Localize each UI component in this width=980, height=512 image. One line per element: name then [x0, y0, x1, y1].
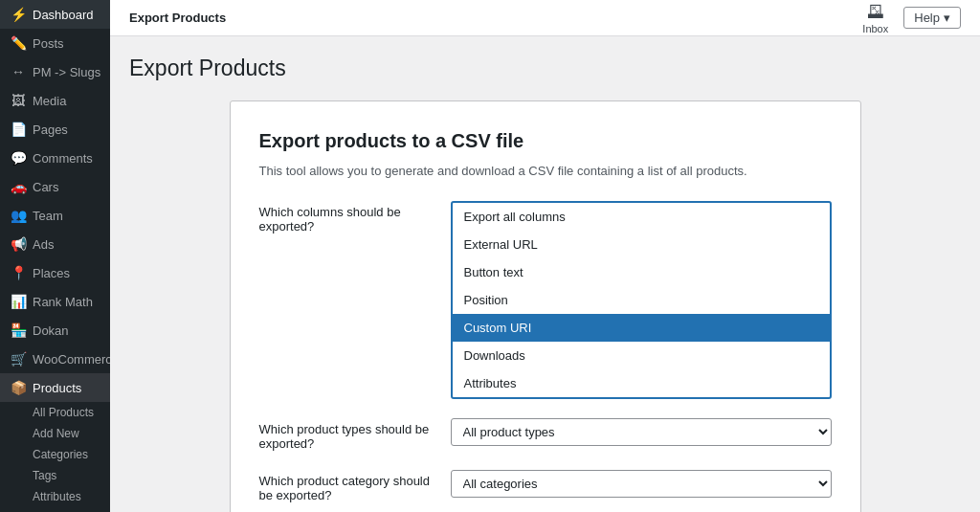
- sidebar-item-label: Comments: [33, 151, 93, 166]
- category-label: Which product category should be exporte…: [259, 470, 432, 502]
- sidebar-item-cars[interactable]: 🚗 Cars: [0, 172, 110, 201]
- product-types-control: All product types Simple product Variabl…: [451, 418, 832, 446]
- sidebar-item-media[interactable]: 🖼 Media: [0, 86, 110, 115]
- sidebar-item-label: Media: [33, 94, 66, 108]
- option-custom-uri[interactable]: Custom URI: [453, 314, 830, 342]
- sidebar-item-dashboard[interactable]: ⚡ Dashboard: [0, 0, 110, 29]
- sidebar-item-label: Rank Math: [33, 295, 93, 309]
- help-button[interactable]: Help ▾: [903, 7, 961, 29]
- product-types-label: Which product types should be exported?: [259, 418, 432, 451]
- sidebar-item-posts[interactable]: ✏️ Posts: [0, 29, 110, 57]
- sidebar-item-ads[interactable]: 📢 Ads: [0, 230, 110, 258]
- sidebar-item-label: Dashboard: [33, 8, 94, 22]
- posts-icon: ✏️: [10, 35, 27, 51]
- comments-icon: 💬: [10, 150, 27, 166]
- option-button-text[interactable]: Button text: [453, 258, 830, 286]
- sidebar-item-label: Posts: [33, 36, 64, 51]
- option-export-all-columns[interactable]: Export all columns: [453, 203, 830, 231]
- dashboard-icon: ⚡: [10, 7, 27, 22]
- sidebar-sub-attributes[interactable]: Attributes: [0, 486, 110, 507]
- media-icon: 🖼: [10, 93, 27, 108]
- product-types-row: Which product types should be exported? …: [259, 418, 832, 451]
- help-label: Help: [914, 11, 940, 25]
- sidebar-sub-tags[interactable]: Tags: [0, 465, 110, 486]
- cars-icon: 🚗: [10, 179, 27, 194]
- sidebar-item-label: Ads: [33, 237, 54, 252]
- export-card: Export products to a CSV file This tool …: [230, 100, 861, 512]
- sidebar-sub-all-products[interactable]: All Products: [0, 402, 110, 423]
- topbar-title: Export Products: [129, 11, 226, 25]
- sidebar-item-label: PM -> Slugs: [33, 65, 100, 79]
- option-position[interactable]: Position: [453, 286, 830, 314]
- sidebar-item-geodirectory[interactable]: 🌍 GeoDirectory: [0, 507, 110, 512]
- page-content: Export Products Export products to a CSV…: [110, 36, 980, 512]
- card-description: This tool allows you to generate and dow…: [259, 164, 832, 178]
- inbox-label: Inbox: [862, 23, 888, 34]
- places-icon: 📍: [10, 265, 27, 280]
- category-control: All categories: [451, 470, 832, 498]
- sidebar-item-pm-slugs[interactable]: ↔ PM -> Slugs: [0, 57, 110, 86]
- inbox-icon: 🗳: [867, 2, 884, 22]
- inbox-button[interactable]: 🗳 Inbox: [862, 2, 888, 34]
- sidebar-item-rank-math[interactable]: 📊 Rank Math: [0, 287, 110, 316]
- card-title: Export products to a CSV file: [259, 130, 832, 152]
- page-title: Export Products: [129, 56, 961, 81]
- sidebar-sub-categories[interactable]: Categories: [0, 444, 110, 465]
- sidebar-sub-add-new[interactable]: Add New: [0, 423, 110, 444]
- rank-math-icon: 📊: [10, 294, 27, 309]
- columns-label: Which columns should be exported?: [259, 201, 432, 234]
- sidebar-item-label: Places: [33, 266, 70, 280]
- main-content: Export Products 🗳 Inbox Help ▾ Export Pr…: [110, 0, 980, 512]
- sidebar-item-products[interactable]: 📦 Products: [0, 373, 110, 402]
- topbar: Export Products 🗳 Inbox Help ▾: [110, 0, 980, 36]
- product-types-select[interactable]: All product types Simple product Variabl…: [451, 418, 832, 446]
- sidebar-item-team[interactable]: 👥 Team: [0, 201, 110, 230]
- team-icon: 👥: [10, 208, 27, 223]
- ads-icon: 📢: [10, 236, 27, 252]
- sidebar-item-woocommerce[interactable]: 🛒 WooCommerce: [0, 345, 110, 373]
- dokan-icon: 🏪: [10, 323, 27, 338]
- sidebar-item-label: WooCommerce: [33, 352, 110, 367]
- woocommerce-icon: 🛒: [10, 351, 27, 367]
- products-icon: 📦: [10, 380, 27, 395]
- sidebar-item-dokan[interactable]: 🏪 Dokan: [0, 316, 110, 345]
- option-downloads[interactable]: Downloads: [453, 342, 830, 369]
- sidebar-item-label: Pages: [33, 122, 68, 137]
- sidebar-item-label: Products: [33, 381, 81, 395]
- sidebar-item-pages[interactable]: 📄 Pages: [0, 115, 110, 144]
- sidebar-item-places[interactable]: 📍 Places: [0, 258, 110, 287]
- sidebar-item-label: Cars: [33, 180, 58, 194]
- option-external-url[interactable]: External URL: [453, 231, 830, 258]
- category-select[interactable]: All categories: [451, 470, 832, 498]
- columns-control: Export all columns External URL Button t…: [451, 201, 832, 399]
- sidebar-item-label: Team: [33, 209, 63, 223]
- option-attributes[interactable]: Attributes: [453, 369, 830, 397]
- columns-row: Which columns should be exported? Export…: [259, 201, 832, 399]
- pm-slugs-icon: ↔: [10, 64, 27, 79]
- sidebar-item-comments[interactable]: 💬 Comments: [0, 144, 110, 172]
- pages-icon: 📄: [10, 122, 27, 137]
- category-row: Which product category should be exporte…: [259, 470, 832, 502]
- chevron-down-icon: ▾: [944, 11, 950, 25]
- sidebar-item-label: Dokan: [33, 323, 69, 338]
- sidebar: ⚡ Dashboard ✏️ Posts ↔ PM -> Slugs 🖼 Med…: [0, 0, 110, 512]
- topbar-right: 🗳 Inbox Help ▾: [862, 2, 961, 34]
- columns-dropdown[interactable]: Export all columns External URL Button t…: [451, 201, 832, 399]
